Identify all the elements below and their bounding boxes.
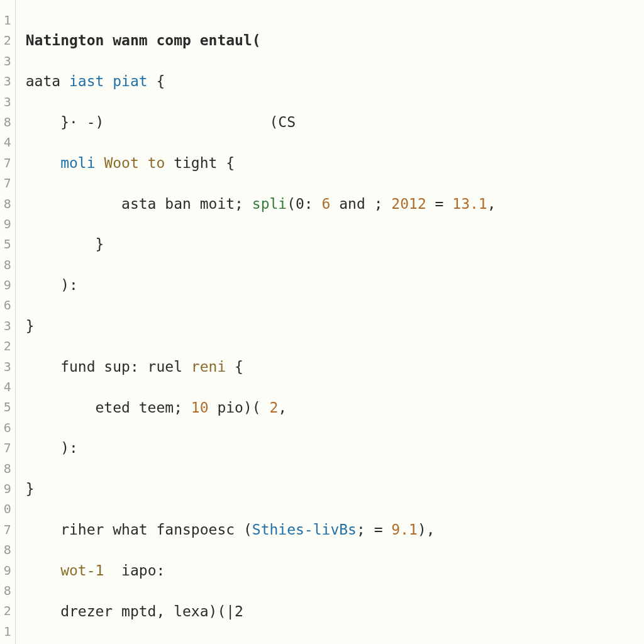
line-number: 2	[0, 336, 15, 356]
code-line[interactable]: }	[26, 316, 644, 336]
line-number: 8	[0, 458, 15, 479]
line-number: 0	[0, 499, 15, 519]
code-line[interactable]: }	[26, 234, 644, 254]
line-number: 2	[0, 30, 15, 50]
code-area[interactable]: Natington wanm comp entaul( aata iast pi…	[16, 0, 644, 644]
line-number: 8	[0, 255, 15, 275]
line-number: 7	[0, 519, 15, 540]
line-number: 4	[0, 132, 15, 152]
line-number: 9	[0, 560, 15, 580]
line-number: 8	[0, 580, 15, 601]
line-number: 1	[0, 621, 15, 641]
line-number: 3	[0, 357, 15, 377]
code-line[interactable]: wot-1 iapo:	[26, 560, 644, 580]
code-line[interactable]: }	[26, 641, 644, 644]
code-line[interactable]: ):	[26, 275, 644, 295]
code-line[interactable]: }	[26, 479, 644, 499]
line-number: 7	[0, 173, 15, 193]
line-number-gutter: 1 2 3 3 3 8 4 7 7 8 9 5 8 9 6 3 2 3 4 5 …	[0, 0, 16, 644]
code-line[interactable]: moli Woot to tight {	[26, 153, 644, 173]
line-number: 5	[0, 234, 15, 254]
line-number: 8	[0, 540, 15, 560]
line-number: 9	[0, 479, 15, 499]
line-number: 8	[0, 112, 15, 132]
line-number: 5	[0, 397, 15, 417]
line-number: 3	[0, 92, 15, 112]
code-line[interactable]: riher what fanspoesc (Sthies-livBs; = 9.…	[26, 519, 644, 540]
line-number: 6	[0, 418, 15, 438]
line-number: 2	[0, 601, 15, 621]
line-number: 8	[0, 194, 15, 214]
line-number: 9	[0, 214, 15, 234]
code-line[interactable]: drezer mptd, lexa)(|2	[26, 601, 644, 621]
code-line[interactable]: fund sup: ruel reni {	[26, 357, 644, 377]
line-number: 3	[0, 51, 15, 71]
code-line[interactable]: eted teem; 10 pio)( 2,	[26, 397, 644, 418]
line-number: 7	[0, 438, 15, 458]
code-line[interactable]: Natington wanm comp entaul(	[26, 30, 644, 50]
line-number: 3	[0, 71, 15, 91]
code-editor: 1 2 3 3 3 8 4 7 7 8 9 5 8 9 6 3 2 3 4 5 …	[0, 0, 644, 644]
code-line[interactable]: }· -) (CS	[26, 112, 644, 132]
line-number: 3	[0, 316, 15, 336]
code-line[interactable]: asta ban moit; spli(0: 6 and ; 2012 = 13…	[26, 194, 644, 214]
line-number: 9	[0, 275, 15, 295]
line-number: 7	[0, 153, 15, 173]
code-line[interactable]: ):	[26, 438, 644, 458]
line-number: 4	[0, 377, 15, 397]
code-line[interactable]: aata iast piat {	[26, 71, 644, 91]
line-number: 1	[0, 10, 15, 30]
line-number: 6	[0, 295, 15, 315]
